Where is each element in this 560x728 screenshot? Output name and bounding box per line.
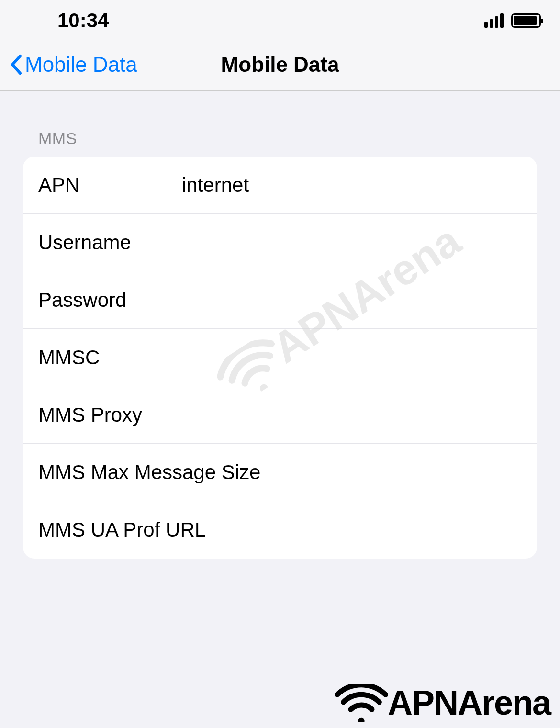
label-username: Username [38, 231, 182, 254]
input-password[interactable] [182, 289, 522, 312]
input-mms-ua-prof-url[interactable] [206, 518, 522, 541]
back-button[interactable]: Mobile Data [10, 53, 137, 77]
row-mms-ua-prof-url[interactable]: MMS UA Prof URL [23, 501, 537, 559]
input-mms-proxy[interactable] [182, 403, 522, 426]
content: MMS APN Username Password MMSC MMS Proxy… [0, 91, 560, 559]
label-apn: APN [38, 174, 182, 197]
row-username[interactable]: Username [23, 214, 537, 271]
status-bar: 10:34 [0, 0, 560, 38]
input-mmsc[interactable] [182, 346, 522, 369]
back-label: Mobile Data [25, 53, 137, 77]
label-password: Password [38, 289, 182, 312]
status-icons [484, 13, 541, 28]
label-mms-max-size: MMS Max Message Size [38, 461, 260, 484]
input-mms-max-size[interactable] [260, 461, 522, 484]
input-apn[interactable] [182, 174, 522, 197]
cellular-signal-icon [484, 13, 504, 28]
status-time: 10:34 [57, 9, 109, 32]
page-title: Mobile Data [221, 53, 339, 77]
row-mmsc[interactable]: MMSC [23, 329, 537, 386]
wifi-icon [335, 684, 388, 722]
row-mms-proxy[interactable]: MMS Proxy [23, 386, 537, 444]
label-mmsc: MMSC [38, 346, 182, 369]
label-mms-ua-prof-url: MMS UA Prof URL [38, 518, 206, 541]
footer-brand: APNArena [335, 683, 550, 722]
chevron-left-icon [10, 54, 22, 75]
row-password[interactable]: Password [23, 271, 537, 329]
input-username[interactable] [182, 231, 522, 254]
battery-icon [511, 13, 541, 28]
settings-group-mms: APN Username Password MMSC MMS Proxy MMS… [23, 157, 537, 559]
footer-text: APNArena [388, 683, 550, 722]
row-mms-max-size[interactable]: MMS Max Message Size [23, 444, 537, 501]
section-header-mms: MMS [38, 129, 537, 148]
row-apn[interactable]: APN [23, 157, 537, 214]
nav-bar: Mobile Data Mobile Data [0, 38, 560, 91]
label-mms-proxy: MMS Proxy [38, 403, 182, 426]
